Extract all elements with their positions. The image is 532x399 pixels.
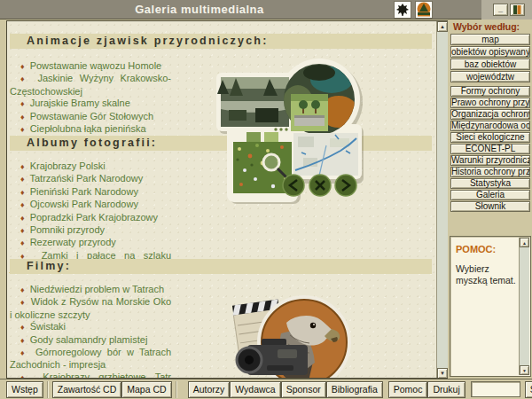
- help-scroll-down-button[interactable]: ▼: [520, 365, 529, 375]
- topic-link[interactable]: ♦ Niedźwiedzi problem w Tatrach: [10, 284, 171, 296]
- minimize-button[interactable]: _: [493, 4, 508, 16]
- diamond-bullet-icon: ♦: [20, 226, 25, 235]
- toolbar-button-wst-p[interactable]: Wstęp: [6, 381, 43, 398]
- diamond-bullet-icon: ♦: [20, 323, 25, 332]
- diamond-bullet-icon: ♦: [20, 286, 25, 294]
- topic-link[interactable]: ♦ Pomniki przyrody: [10, 224, 171, 237]
- search-button[interactable]: Szukaj: [525, 381, 532, 398]
- toolbar-button-wydawca[interactable]: Wydawca: [230, 381, 280, 398]
- sidebar-topic-group: Formy ochronyPrawo ochrony przyr.Organiz…: [450, 86, 530, 213]
- sidebar-button-baz-obiekt-w[interactable]: baz obiektów: [450, 59, 530, 70]
- collage-tile-green-light[interactable]: [264, 132, 278, 143]
- topic-link[interactable]: ♦ Ojcowski Park Narodowy: [10, 199, 171, 211]
- topic-link[interactable]: ♦ Górnoregolowy bór w Tatrach Zachodnich…: [10, 347, 171, 372]
- topic-link[interactable]: ♦ Jaskinie Wyżyny Krakowsko-Częstochowsk…: [10, 73, 171, 98]
- diamond-bullet-icon: ♦: [20, 99, 25, 108]
- diamond-bullet-icon: ♦: [20, 125, 25, 134]
- topic-link[interactable]: ♦ Krajobrazy grzbietowe Tatr Zachodnich: [10, 372, 171, 379]
- toolbar-button-zawarto-cd[interactable]: Zawartość CD: [52, 381, 122, 398]
- diamond-bullet-icon: ♦: [20, 336, 25, 345]
- sidebar-button-wojew-dztw[interactable]: województw: [450, 71, 530, 82]
- sidebar-button-galeria[interactable]: Galeria: [450, 190, 530, 200]
- topic-link[interactable]: ♦ Rezerwaty przyrody: [10, 237, 171, 249]
- topic-link[interactable]: ♦ Ciepłolubna łąka pienińska: [10, 123, 171, 136]
- topic-link-label: Krajobrazy Polski: [30, 160, 106, 171]
- topic-link[interactable]: ♦ Jurajskie Bramy skalne: [10, 98, 171, 110]
- topic-link-label: Rezerwaty przyrody: [30, 237, 116, 247]
- content-scrollbar[interactable]: ▲ ▼: [436, 21, 448, 379]
- topic-link-label: Pomniki przyrody: [30, 224, 105, 235]
- toolbar-button-sponsor[interactable]: Sponsor: [281, 381, 326, 398]
- gallery-prev-button[interactable]: [283, 175, 304, 196]
- sidebar-select-group: mapobiektów opisywanychbaz obiektówwojew…: [450, 34, 530, 83]
- diamond-bullet-icon: ♦: [20, 74, 28, 83]
- topic-link[interactable]: ♦ Pieniński Park Narodowy: [10, 186, 171, 199]
- collage-photo-map[interactable]: [293, 133, 358, 176]
- sidebar-button-mi-dzynarodowa-ochr[interactable]: Międzynarodowa ochr.: [450, 121, 530, 131]
- sidebar-button-historia-ochrony-przyr[interactable]: Historia ochrony przyr.: [450, 167, 530, 177]
- nature-photo-collage[interactable]: [206, 46, 366, 207]
- topic-link-label: Świstaki: [30, 321, 66, 332]
- topic-link-label: Gody salamandry plamistej: [30, 334, 148, 345]
- exit-button[interactable]: [510, 4, 525, 16]
- diamond-bullet-icon: ♦: [20, 113, 25, 121]
- app-title: Galeria multimedialna: [0, 3, 399, 16]
- diamond-bullet-icon: ♦: [20, 214, 25, 223]
- sidebar-button-warunki-przyrodnicze[interactable]: Warunki przyrodnicze: [450, 155, 530, 166]
- diamond-bullet-icon: ♦: [20, 298, 25, 307]
- toolbar-separator: [176, 381, 177, 398]
- toolbar-button-bibliografia[interactable]: Bibliografia: [326, 381, 383, 398]
- sidebar-button-obiekt-w-opisywanych[interactable]: obiektów opisywanych: [450, 46, 530, 58]
- sidebar-button-statystyka[interactable]: Statystyka: [450, 178, 530, 189]
- topic-link-label: Krajobrazy grzbietowe Tatr Zachodnich: [10, 372, 171, 379]
- topic-link-label: Niedźwiedzi problem w Tatrach: [30, 284, 164, 294]
- topic-link[interactable]: ♦ Świstaki: [10, 321, 171, 333]
- topic-link[interactable]: ♦ Krajobrazy Polski: [10, 160, 171, 173]
- search-input[interactable]: [471, 381, 520, 397]
- sidebar-button-formy-ochrony[interactable]: Formy ochrony: [450, 86, 530, 97]
- topic-link[interactable]: ♦ Tatrzański Park Narodowy: [10, 173, 171, 185]
- help-scrollbar[interactable]: ▲ ▼: [519, 238, 529, 375]
- sidebar-button-prawo-ochrony-przyr[interactable]: Prawo ochrony przyr.: [450, 98, 530, 108]
- diamond-bullet-icon: ♦: [20, 239, 25, 247]
- sidebar-button-sieci-ekologiczne[interactable]: Sieci ekologiczne: [450, 132, 530, 143]
- oak-leaf-logo-icon: [394, 1, 411, 19]
- sidebar-label: Wybór według:: [453, 21, 520, 32]
- topic-link[interactable]: ♦ Powstawanie wąwozu Homole: [10, 60, 171, 73]
- collage-tile-green-dark[interactable]: [246, 132, 261, 143]
- topic-list: ♦ Powstawanie wąwozu Homole♦ Jaskinie Wy…: [10, 60, 171, 136]
- sidebar-button-map[interactable]: map: [450, 34, 530, 45]
- toolbar-button-drukuj[interactable]: Drukuj: [427, 381, 465, 398]
- topic-link-label: Ojcowski Park Narodowy: [30, 199, 138, 209]
- toolbar-button-autorzy[interactable]: Autorzy: [188, 381, 231, 398]
- help-panel: POMOC: Wybierz myszką temat. ▲ ▼: [450, 236, 531, 377]
- sidebar-button-s-ownik[interactable]: Słownik: [450, 201, 530, 212]
- toolbar-button-pomoc[interactable]: Pomoc: [388, 381, 428, 398]
- toolbar-button-mapa-cd[interactable]: Mapa CD: [121, 381, 171, 398]
- help-text: Wybierz myszką temat.: [456, 263, 516, 286]
- topic-link-label: Widok z Rysów na Morskie Oko i okoliczne…: [10, 296, 171, 319]
- topic-link-label: Powstawanie wąwozu Homole: [30, 60, 162, 71]
- sidebar-button-econet-pl[interactable]: ECONET-PL: [450, 144, 530, 154]
- toolbar-group: Zawartość CDMapa CD: [52, 381, 172, 398]
- topic-link[interactable]: ♦ Popradzki Park Krajobrazowy: [10, 212, 171, 224]
- topic-link-label: Jurajskie Bramy skalne: [30, 98, 130, 108]
- topic-link[interactable]: ♦ Gody salamandry plamistej: [10, 334, 171, 347]
- gallery-close-button[interactable]: [309, 175, 331, 196]
- scroll-up-button[interactable]: ▲: [437, 21, 448, 32]
- diamond-bullet-icon: ♦: [20, 162, 25, 171]
- exit-door-icon: [513, 5, 521, 14]
- sidebar-button-organizacja-ochrony[interactable]: Organizacja ochrony: [450, 109, 530, 120]
- scroll-down-button[interactable]: ▼: [437, 368, 448, 379]
- topic-link-label: Ciepłolubna łąka pienińska: [30, 123, 146, 134]
- diamond-bullet-icon: ♦: [20, 175, 25, 184]
- topic-link-label: Popradzki Park Krajobrazowy: [30, 212, 158, 223]
- topic-link[interactable]: ♦ Powstawanie Gór Stołowych: [10, 111, 171, 123]
- films-eagle-image[interactable]: [226, 293, 360, 379]
- sidebar: Wybór według: mapobiektów opisywanychbaz…: [449, 20, 532, 379]
- collage-photo-garden[interactable]: [291, 94, 328, 131]
- help-scroll-up-button[interactable]: ▲: [520, 238, 529, 247]
- topic-link[interactable]: ♦ Widok z Rysów na Morskie Oko i okolicz…: [10, 296, 171, 321]
- gallery-next-button[interactable]: [335, 175, 356, 196]
- collage-photo-forest[interactable]: [217, 77, 289, 131]
